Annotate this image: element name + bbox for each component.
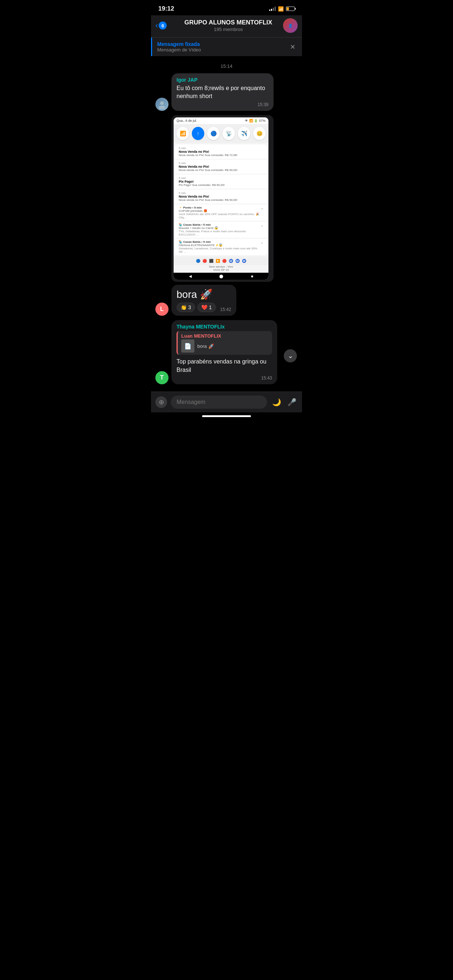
ss-notif-body-3: Pix Pago! Sua comissão: R$ 90,00! [179,183,263,187]
scroll-down-button[interactable]: ⌄ [284,349,297,363]
avatar-T: T [155,371,169,384]
avatar-img: 👤 [283,18,298,33]
chevron-down-icon: ⌄ [288,352,293,360]
pinned-close-button[interactable]: ✕ [289,41,297,52]
ss-toggle-data: ↑ [192,127,204,140]
ss-app-body-3: Ofertona ELETRIZAAANTE ⚡😱 [179,243,260,247]
microphone-icon: 🎤 [287,398,297,407]
battery-icon [286,6,295,11]
ss-app-body-1: CUPOM premiado 🎁 [179,209,260,213]
screenshot-inner: Qua., 6 de jul. 👁 📶 🔋 57% 📶 ↑ 🔵 📡 ✈️ 😊 5… [174,118,268,280]
msg-igor-text: Eu tô com 8;rewils e por enquanto nenhum… [177,84,268,100]
back-chevron-icon: ‹ [155,22,158,30]
avatar-L: L [155,302,169,316]
ss-app-detail-2: TVs, Geladeiras, Pneus e muito mais com … [179,230,260,236]
ss-notifications: 5 min Nova Venda no Pix! Nova venda no P… [175,145,267,255]
home-indicator [151,412,302,418]
reactions-container: 👏 3 ❤️ 1 15:42 [177,302,231,312]
ss-app-detail-1: Você GANHOU até 20% OFF usando PONTO no … [179,213,260,219]
sticker-button[interactable]: 🌙 [271,396,282,408]
avatar-photo-igor [155,98,169,111]
quote-img: 📄 [181,339,195,353]
message-row-thayna: T Thayna MENTOFLIx Luan MENTOFLIX 📄 bora… [155,320,298,384]
signal-icon [269,6,276,11]
status-icons: 📶 [269,6,295,12]
pinned-title: Mensagem fixada [157,41,289,47]
pinned-subtitle: Mensagem de Vídeo [157,47,289,52]
avatar-letter-T: T [160,374,164,381]
ss-notif-2: 5 min Nova Venda no Pix! Nova venda no P… [175,159,267,174]
quote-sender-luan: Luan MENTOFLIX [181,333,268,339]
ss-notif-title-3: Pix Pago! [179,180,263,183]
ss-notif-badge4: 5 min [179,191,263,195]
ss-toggle-bt: 🔵 [207,127,220,140]
ss-notif-body-1: Nova venda no Pix! Sua comissão: R$ 72,9… [179,153,263,157]
quote-block-thayna: Luan MENTOFLIX 📄 bora 🚀 [177,331,272,355]
ss-statusbar: Qua., 6 de jul. 👁 📶 🔋 57% [174,118,268,124]
ss-app-notif-3: 🏪 Casas Bahia • 5 min Ofertona ELETRIZAA… [175,239,267,255]
screenshot-message: Qua., 6 de jul. 👁 📶 🔋 57% 📶 ↑ 🔵 📡 ✈️ 😊 5… [171,115,274,282]
paperclip-icon: ⊕ [159,398,164,406]
ss-icon-tray: 🔵🔴⬛▶️🔴Ⓜ️Ⓜ️Ⓜ️ [174,257,268,265]
ss-toggle-more: 😊 [253,127,266,140]
pinned-message-bar[interactable]: Mensagem fixada Mensagem de Vídeo ✕ [151,38,302,56]
ss-notif-badge3: 5 min [179,177,263,180]
ss-notif-badge2: 5 min [179,162,263,165]
sender-igor: Igor JAP [177,77,268,83]
thayna-msg-time: 15:43 [177,375,272,380]
ss-notif-badge: 5 min [179,146,263,150]
ss-app-detail-3: Geladeiras, Lavadoras, Cooktops e muito … [179,247,260,253]
message-input[interactable] [171,396,267,409]
back-button[interactable]: ‹ 6 [155,22,174,30]
message-row-igor: Igor JAP Eu tô com 8;rewils e por enquan… [155,73,298,111]
bubble-igor: Igor JAP Eu tô com 8;rewils e por enquan… [171,73,274,111]
ss-notif-title-1: Nova Venda no Pix! [179,150,263,153]
heart-emoji: ❤️ [201,304,207,310]
ss-notif-title-2: Nova Venda no Pix! [179,165,263,169]
ss-app-name-3: 🏪 Casas Bahia • 5 min [179,240,260,243]
status-bar: 19:12 📶 [151,0,302,15]
message-row-bora: L bora 🚀 👏 3 ❤️ 1 15:42 [155,285,298,316]
ss-app-name-1: 🔸 Ponto • 5 min [179,206,260,209]
back-count-badge: 6 [159,22,167,30]
ss-notif-3: 5 min Pix Pago! Pix Pago! Sua comissão: … [175,174,267,189]
bora-time: 15:42 [220,307,231,312]
pinned-content: Mensagem fixada Mensagem de Vídeo [157,41,289,52]
attach-button[interactable]: ⊕ [155,396,167,408]
quote-text-bora: bora 🚀 [197,344,214,349]
ss-notif-body-4: Nova venda no Pix! Sua comissão: R$ 90,0… [179,198,263,202]
wifi-icon: 📶 [278,6,284,12]
sender-thayna: Thayna MENTOFLIx [177,324,272,329]
status-time: 19:12 [158,5,174,13]
ss-notif-title-4: Nova Venda no Pix! [179,195,263,198]
avatar-igor [155,98,169,111]
ss-notif-4: 5 min Nova Venda no Pix! Nova venda no P… [175,189,267,204]
timestamp-1514: 15:14 [155,64,298,69]
bora-bubble: bora 🚀 👏 3 ❤️ 1 15:42 [171,285,236,316]
msg-igor-time: 15:39 [177,102,268,107]
ss-notif-1: 5 min Nova Venda no Pix! Nova venda no P… [175,145,267,159]
ss-app-name-2: 🏪 Casas Bahia • 5 min [179,223,260,226]
ss-toggles: 📶 ↑ 🔵 📡 ✈️ 😊 [174,124,268,143]
clap-emoji: 👏 [180,304,187,310]
chat-title: GRUPO ALUNOS MENTOFLIX [174,19,283,26]
thayna-bubble: Thayna MENTOFLIx Luan MENTOFLIX 📄 bora 🚀… [171,320,277,384]
battery-fill [287,7,289,10]
input-bar: ⊕ 🌙 🎤 [151,391,302,412]
home-bar [202,415,251,417]
reaction-heart[interactable]: ❤️ 1 [197,302,216,312]
ss-app-body-2: Muuuito + barato no Carnê 😱 [179,226,260,230]
heart-count: 1 [209,304,212,310]
header-center[interactable]: GRUPO ALUNOS MENTOFLIX 195 membros [174,19,283,32]
ss-app-notif-2: 🏪 Casas Bahia • 5 min Muuuito + barato n… [175,221,267,239]
ss-toggle-loc: 📡 [222,127,235,140]
reaction-clap[interactable]: 👏 3 [177,302,195,312]
svg-point-0 [160,101,164,105]
header-avatar[interactable]: 👤 [283,18,298,33]
chat-header: ‹ 6 GRUPO ALUNOS MENTOFLIX 195 membros 👤 [151,15,302,38]
ss-network-info: Sem serviço - Vivo VIVO SP 15 [174,265,268,273]
ss-navbar: ◀ ⬤ ■ [174,273,268,280]
ss-app-notif-1: 🔸 Ponto • 5 min CUPOM premiado 🎁 Você GA… [175,204,267,221]
thayna-msg-text: Top parabéns vendas na gringa ou Brasil [177,358,272,374]
mic-button[interactable]: 🎤 [286,396,298,408]
